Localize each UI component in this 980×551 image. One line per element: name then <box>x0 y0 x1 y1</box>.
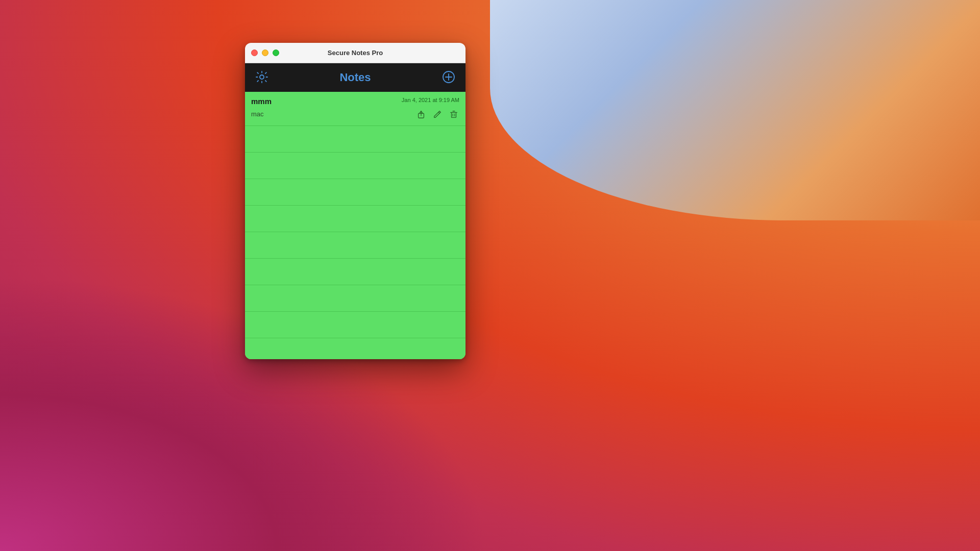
navbar-title: Notes <box>339 71 371 84</box>
lined-row <box>245 285 465 312</box>
settings-button[interactable] <box>253 68 271 87</box>
trash-icon <box>449 110 458 120</box>
gear-icon <box>255 70 268 85</box>
lined-row <box>245 232 465 259</box>
delete-button[interactable] <box>448 109 459 121</box>
lined-row <box>245 259 465 285</box>
maximize-button[interactable] <box>273 49 279 56</box>
lined-row <box>245 153 465 179</box>
add-note-button[interactable] <box>440 68 457 87</box>
svg-rect-7 <box>452 112 456 117</box>
navbar: Notes <box>245 63 465 92</box>
lined-row <box>245 312 465 338</box>
note-item-header: mmm Jan 4, 2021 at 9:19 AM <box>251 97 459 106</box>
close-button[interactable] <box>251 49 258 56</box>
note-subtitle: mac <box>251 110 264 118</box>
note-date: Jan 4, 2021 at 9:19 AM <box>402 97 459 103</box>
note-item[interactable]: mmm Jan 4, 2021 at 9:19 AM mac <box>245 92 465 126</box>
note-title: mmm <box>251 97 272 106</box>
svg-point-0 <box>260 75 264 79</box>
share-icon <box>416 110 426 120</box>
titlebar: Secure Notes Pro <box>245 43 465 63</box>
pencil-icon <box>433 110 442 120</box>
window-title: Secure Notes Pro <box>328 49 383 57</box>
lined-rows <box>245 126 465 359</box>
desktop-background <box>0 0 980 551</box>
share-button[interactable] <box>415 109 427 121</box>
edit-button[interactable] <box>432 109 443 121</box>
lined-row <box>245 126 465 153</box>
app-window: Secure Notes Pro Notes <box>245 43 465 359</box>
lined-row <box>245 338 465 359</box>
plus-circle-icon <box>442 70 455 85</box>
lined-row <box>245 179 465 206</box>
window-content: Notes mmm Jan 4, 2021 at 9:19 AM <box>245 63 465 359</box>
lined-row <box>245 206 465 232</box>
traffic-lights <box>251 49 279 56</box>
svg-line-6 <box>438 112 440 114</box>
note-subtitle-row: mac <box>251 107 459 121</box>
notes-area: mmm Jan 4, 2021 at 9:19 AM mac <box>245 92 465 359</box>
minimize-button[interactable] <box>262 49 268 56</box>
note-actions <box>415 109 459 121</box>
